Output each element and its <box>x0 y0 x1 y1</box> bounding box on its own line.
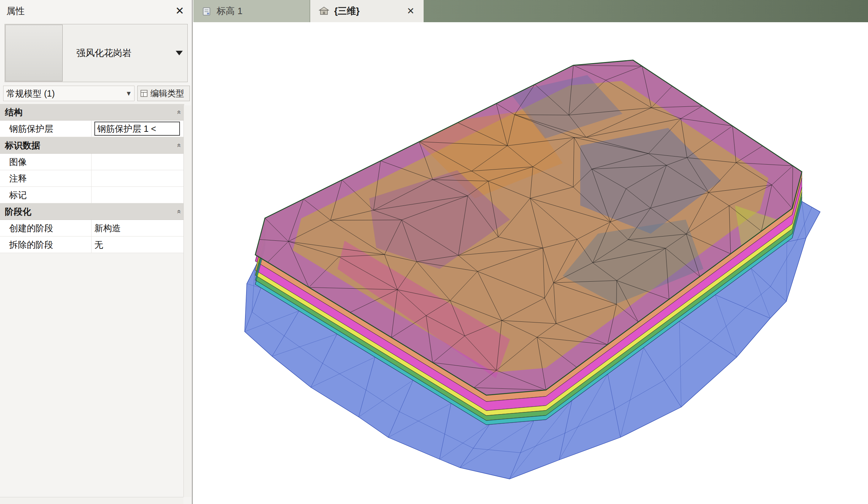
property-value-cell[interactable]: 无 <box>92 236 184 253</box>
tab-label: {三维} <box>334 5 360 17</box>
edit-type-label: 编辑类型 <box>150 88 184 99</box>
type-name-label: 强风化花岗岩 <box>63 24 171 82</box>
tab-3d-view[interactable]: {三维} ✕ <box>310 0 424 22</box>
filter-combobox[interactable]: 常规模型 (1) ▾ <box>3 86 135 101</box>
property-label: 图像 <box>0 154 92 170</box>
property-value-cell[interactable] <box>92 187 184 203</box>
table-row: 钢筋保护层 钢筋保护层 1 < <box>0 121 184 137</box>
house-icon <box>319 6 329 17</box>
property-label: 创建的阶段 <box>0 220 92 236</box>
type-selector[interactable]: 强风化花岗岩 <box>5 24 188 82</box>
property-label: 拆除的阶段 <box>0 236 92 253</box>
properties-panel-title: 属性 <box>6 5 25 17</box>
horizontal-scrollbar[interactable] <box>0 497 183 504</box>
collapse-icon[interactable]: « <box>175 209 183 213</box>
properties-panel: 属性 ✕ 强风化花岗岩 常规模型 (1) ▾ 编辑类型 结构 « <box>0 0 193 504</box>
section-header-identity-data[interactable]: 标识数据 « <box>0 137 184 154</box>
property-label: 标记 <box>0 187 92 203</box>
tab-level-1[interactable]: 标高 1 <box>193 0 310 22</box>
vertical-scrollbar[interactable] <box>183 105 191 497</box>
table-row: 注释 <box>0 170 184 187</box>
filter-combobox-label: 常规模型 (1) <box>6 88 55 99</box>
section-header-structure[interactable]: 结构 « <box>0 104 184 121</box>
property-label: 钢筋保护层 <box>0 121 92 137</box>
terrain-mesh-model[interactable] <box>193 22 868 504</box>
table-row: 拆除的阶段 无 <box>0 236 184 253</box>
sheet-icon <box>202 6 212 16</box>
tab-close-button[interactable]: ✕ <box>406 6 415 17</box>
property-value-cell[interactable]: 钢筋保护层 1 < <box>92 121 184 137</box>
properties-panel-header: 属性 ✕ <box>0 0 192 22</box>
table-row: 图像 <box>0 154 184 170</box>
section-label: 阶段化 <box>5 206 31 217</box>
property-label: 注释 <box>0 170 92 186</box>
3d-viewport[interactable] <box>193 22 868 504</box>
property-value-cell[interactable] <box>92 154 184 170</box>
tab-label: 标高 1 <box>217 5 243 17</box>
chevron-down-icon: ▾ <box>127 89 131 98</box>
collapse-icon[interactable]: « <box>175 110 183 114</box>
property-value-cell[interactable] <box>92 170 184 186</box>
table-row: 标记 <box>0 187 184 203</box>
type-selector-dropdown-icon[interactable] <box>171 24 187 82</box>
revit-window: 属性 ✕ 强风化花岗岩 常规模型 (1) ▾ 编辑类型 结构 « <box>0 0 868 504</box>
section-label: 结构 <box>5 106 23 118</box>
rebar-cover-value-field[interactable]: 钢筋保护层 1 < <box>94 122 180 136</box>
view-tab-bar: 标高 1 {三维} ✕ <box>193 0 868 22</box>
property-grid: 结构 « 钢筋保护层 钢筋保护层 1 < 标识数据 « 图像 注释 <box>0 104 184 253</box>
section-header-phasing[interactable]: 阶段化 « <box>0 203 184 220</box>
edit-type-icon <box>140 89 148 98</box>
property-value-cell[interactable]: 新构造 <box>92 220 184 236</box>
edit-type-button[interactable]: 编辑类型 <box>137 86 190 101</box>
section-label: 标识数据 <box>5 140 40 151</box>
instance-bar: 常规模型 (1) ▾ 编辑类型 <box>3 85 190 102</box>
table-row: 创建的阶段 新构造 <box>0 220 184 236</box>
type-preview-thumbnail <box>5 25 63 81</box>
properties-panel-close-button[interactable]: ✕ <box>174 6 186 16</box>
collapse-icon[interactable]: « <box>175 143 183 147</box>
